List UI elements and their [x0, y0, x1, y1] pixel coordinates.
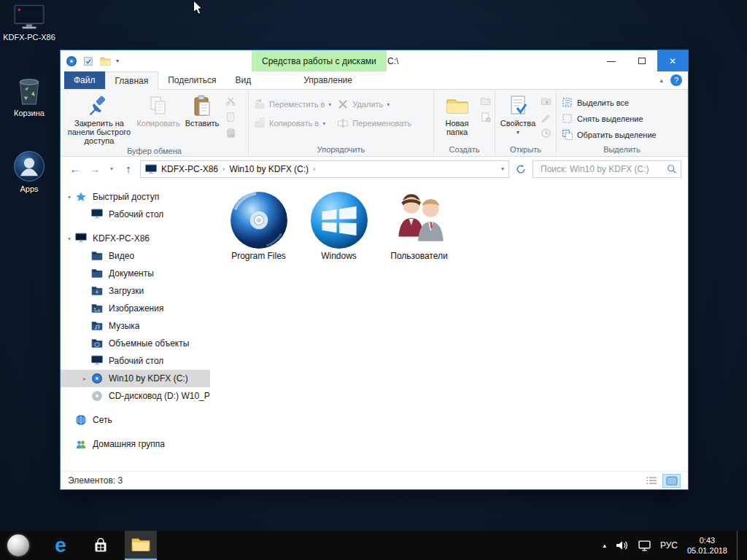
start-button[interactable]: [0, 531, 36, 560]
search-icon[interactable]: [667, 164, 677, 174]
nav-item-music[interactable]: Музыка: [61, 317, 210, 335]
collapse-ribbon-icon[interactable]: ▴: [659, 77, 663, 84]
network-icon[interactable]: [638, 540, 651, 551]
clock-date: 05.01.2018: [687, 545, 727, 556]
breadcrumb-separator-icon[interactable]: ›: [313, 165, 315, 173]
language-indicator[interactable]: РУС: [660, 540, 678, 551]
paste-shortcut-button[interactable]: [223, 126, 238, 140]
qat-customize-chevron-icon[interactable]: ▾: [116, 58, 119, 64]
nav-item-cd-drive[interactable]: CD-дисковод (D:) W10_Pro x: [61, 387, 210, 405]
new-folder-button[interactable]: Новая папка: [436, 92, 478, 142]
view-toggles: [642, 474, 681, 488]
taskbar-edge-button[interactable]: e: [44, 531, 77, 560]
history-button[interactable]: [538, 126, 553, 140]
folder-icon: [91, 285, 104, 297]
details-view-button[interactable]: [642, 474, 660, 488]
nav-item-this-pc[interactable]: ▾ KDFX-PC-X86: [61, 230, 210, 247]
move-to-button[interactable]: Переместить в ▾: [254, 98, 331, 111]
title-bar[interactable]: ▾ Средства работы с дисками C:\ — ✕: [61, 50, 688, 71]
open-icon: [541, 96, 551, 106]
address-dropdown-icon[interactable]: ▾: [501, 166, 504, 172]
easy-access-button[interactable]: [478, 94, 492, 108]
nav-item-quick-access[interactable]: ▾ Быстрый доступ: [61, 188, 210, 206]
search-input[interactable]: [539, 163, 667, 175]
desktop-icon-label: Apps: [20, 184, 38, 194]
taskbar-explorer-button[interactable]: [125, 531, 157, 560]
refresh-button[interactable]: [513, 160, 529, 178]
new-item-button[interactable]: [478, 110, 492, 124]
tray-expand-icon[interactable]: ▴: [603, 542, 606, 549]
large-icons-view-button[interactable]: [662, 474, 681, 488]
select-all-button[interactable]: Выделить все: [562, 96, 657, 109]
pin-to-quick-access-button[interactable]: Закрепить на панели быстрого доступа: [63, 92, 136, 145]
ribbon-group-clipboard: Закрепить на панели быстрого доступа Коп…: [61, 90, 249, 156]
desktop-icon-label: Корзина: [14, 109, 44, 118]
back-button[interactable]: ←: [67, 160, 83, 178]
rename-button[interactable]: Переименовать: [337, 117, 411, 130]
tab-view[interactable]: Вид: [225, 71, 260, 89]
dropdown-icon: ▾: [516, 128, 519, 137]
up-button[interactable]: ↑: [120, 160, 136, 178]
edit-icon: [541, 112, 551, 122]
minimize-button[interactable]: —: [596, 50, 627, 71]
nav-item-network[interactable]: Сеть: [61, 411, 210, 429]
taskbar-clock[interactable]: 0:43 05.01.2018: [687, 535, 727, 556]
paste-button[interactable]: Вставить: [181, 92, 223, 145]
tab-share[interactable]: Поделиться: [158, 71, 225, 89]
app-drive-icon: [66, 55, 77, 67]
properties-button[interactable]: Свойства ▾: [498, 92, 538, 142]
nav-item-documents[interactable]: Документы: [61, 265, 210, 282]
edit-button[interactable]: [538, 110, 553, 124]
desktop-icon-recycle-bin[interactable]: Корзина: [1, 74, 57, 118]
qat-properties-icon[interactable]: [82, 55, 94, 67]
ribbon-group-create: Новая папка Создать: [434, 90, 495, 156]
file-item-program-files[interactable]: Program Files: [221, 190, 296, 261]
show-desktop-button[interactable]: [737, 531, 741, 560]
start-orb-icon: [7, 534, 29, 556]
expander-icon[interactable]: ▸: [80, 376, 89, 382]
delete-button[interactable]: Удалить ▾: [337, 98, 411, 111]
explorer-window: ▾ Средства работы с дисками C:\ — ✕ Файл…: [60, 50, 689, 490]
expander-icon[interactable]: ▾: [65, 236, 74, 242]
breadcrumb-current[interactable]: Win10 by KDFX (C:): [229, 164, 309, 174]
network-icon: [75, 414, 88, 426]
maximize-button[interactable]: [627, 50, 657, 71]
desktop-icon-apps[interactable]: Apps: [1, 150, 57, 194]
nav-item-c-drive[interactable]: ▸ Win10 by KDFX (C:): [61, 370, 210, 387]
copy-path-button[interactable]: [223, 110, 238, 124]
breadcrumb-bar[interactable]: KDFX-PC-X86 › Win10 by KDFX (C:) › ▾: [140, 160, 509, 178]
copy-to-button[interactable]: Копировать в ▾: [254, 117, 331, 130]
drive-tools-contextual-header[interactable]: Средства работы с дисками: [252, 50, 387, 71]
close-button[interactable]: ✕: [657, 50, 688, 71]
expander-icon[interactable]: ▾: [65, 194, 74, 201]
recent-locations-button[interactable]: ▾: [107, 160, 117, 178]
nav-item-desktop-qa[interactable]: Рабочий стол: [61, 206, 210, 223]
nav-item-pictures[interactable]: Изображения: [61, 300, 210, 317]
file-item-windows[interactable]: Windows: [301, 190, 376, 261]
pin-icon: [88, 94, 111, 117]
file-item-users[interactable]: Пользователи: [382, 190, 457, 261]
nav-item-downloads[interactable]: Загрузки: [61, 282, 210, 300]
qat-new-folder-icon[interactable]: [99, 55, 111, 67]
tab-home[interactable]: Главная: [105, 71, 159, 90]
tab-manage[interactable]: Управление: [294, 71, 362, 89]
select-none-button[interactable]: Снять выделение: [562, 112, 657, 125]
open-button[interactable]: [538, 94, 553, 108]
nav-item-3d-objects[interactable]: Объемные объекты: [61, 335, 210, 352]
volume-icon[interactable]: [616, 540, 629, 551]
breadcrumb-separator-icon[interactable]: ›: [222, 165, 225, 173]
taskbar-store-button[interactable]: [85, 531, 117, 560]
forward-button[interactable]: →: [87, 160, 103, 178]
nav-item-desktop[interactable]: Рабочий стол: [61, 352, 210, 370]
breadcrumb-root[interactable]: KDFX-PC-X86: [161, 164, 218, 174]
tab-file[interactable]: Файл: [64, 71, 105, 89]
mouse-cursor: [193, 0, 203, 15]
help-icon[interactable]: ?: [670, 74, 682, 86]
cut-button[interactable]: [223, 94, 238, 108]
invert-selection-button[interactable]: Обратить выделение: [562, 128, 657, 141]
search-box[interactable]: [533, 160, 681, 178]
nav-item-videos[interactable]: Видео: [61, 247, 210, 265]
nav-item-homegroup[interactable]: Домашняя группа: [61, 435, 210, 453]
desktop-icon-computer[interactable]: KDFX-PC-X86: [1, 4, 57, 42]
copy-button[interactable]: Копировать: [136, 92, 181, 145]
